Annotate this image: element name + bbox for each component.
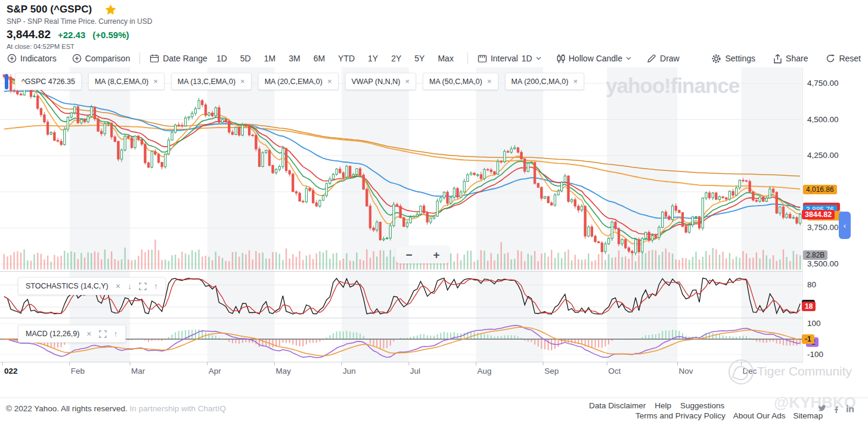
move-down-icon[interactable]: ↓ (128, 282, 132, 290)
expand-icon[interactable] (139, 283, 147, 290)
interval-ruler-icon (478, 54, 487, 63)
indicators-button[interactable]: Indicators (5, 54, 59, 63)
calendar-icon (150, 54, 159, 63)
close-icon[interactable]: × (116, 282, 120, 290)
stochastics-pill[interactable]: STOCHASTICS (14,C,Y) × ↓ ↑ (18, 277, 166, 295)
close-icon[interactable]: × (405, 77, 410, 86)
range-button-ytd[interactable]: YTD (331, 54, 361, 63)
indicator-pill[interactable]: MA (20,C,EMA,0)× (258, 73, 339, 90)
expand-icon[interactable] (99, 330, 107, 338)
move-up-icon[interactable]: ↑ (114, 330, 118, 338)
footer-link[interactable]: Terms and Privacy Policy (636, 411, 726, 420)
facebook-icon[interactable] (834, 405, 839, 413)
indicator-pill[interactable]: MA (50,C,MA,0)× (423, 73, 498, 90)
zoom-in-button[interactable]: + (433, 249, 439, 260)
yahoo-finance-chart-page: S&P 500 (^GSPC) SNP - SNP Real Time Pric… (0, 0, 868, 422)
price-change-percent: (+0.59%) (92, 30, 129, 40)
ma200-axis-badge: 4,016.86 (803, 185, 837, 194)
chevron-left-icon: ‹ (844, 221, 846, 230)
toolbar-divider (467, 52, 468, 64)
x-axis-month-label: Nov (679, 367, 693, 376)
quote-subtitle: SNP - SNP Real Time Price. Currency in U… (7, 17, 152, 26)
close-icon[interactable]: × (153, 77, 158, 86)
chart-type-dropdown[interactable]: Hollow Candle (554, 54, 634, 64)
range-button-6m[interactable]: 6M (307, 54, 331, 63)
date-range-label: Date Range (163, 54, 207, 63)
draw-label: Draw (660, 54, 680, 63)
footer-link[interactable]: About Our Ads (733, 411, 786, 420)
reset-label: Reset (839, 54, 861, 63)
close-icon[interactable]: × (240, 77, 245, 86)
range-button-2y[interactable]: 2Y (385, 54, 408, 63)
close-icon[interactable]: × (86, 330, 91, 338)
range-button-5y[interactable]: 5Y (408, 54, 431, 63)
interval-dropdown[interactable]: Interval 1D (475, 54, 544, 63)
range-button-max[interactable]: Max (431, 54, 460, 63)
footer-copyright: © 2022 Yahoo. All rights reserved. In pa… (6, 404, 226, 413)
draw-button[interactable]: Draw (644, 54, 682, 63)
macd-label: MACD (12,26,9) (26, 330, 79, 338)
macd-pill[interactable]: MACD (12,26,9) × ↑ (18, 325, 126, 343)
footer-link[interactable]: Help (655, 401, 671, 410)
indicator-pill-label: MA (50,C,MA,0) (429, 77, 482, 86)
quote-header: S&P 500 (^GSPC) SNP - SNP Real Time Pric… (7, 4, 152, 50)
stoch-d-badge: 18 (802, 302, 816, 311)
x-axis-month-label: May (275, 367, 291, 376)
move-up-icon[interactable]: ↑ (154, 282, 158, 290)
settings-button[interactable]: Settings (709, 54, 758, 64)
symbol-pill[interactable]: ^GSPC 4726.35 (15, 73, 82, 90)
price-axis-label: 3,750.00 (807, 223, 839, 232)
reset-button[interactable]: Reset (823, 54, 863, 63)
zoom-controls: − + (395, 246, 450, 263)
close-icon[interactable]: × (573, 77, 578, 86)
favorite-star-icon[interactable] (105, 4, 116, 15)
price-axis-label: 4,500.00 (807, 115, 839, 124)
indicator-pill[interactable]: MA (200,C,MA,0)× (505, 73, 584, 90)
indicator-pill[interactable]: MA (13,C,EMA,0)× (171, 73, 252, 90)
last-price: 3,844.82 (7, 28, 51, 41)
copyright-text: © 2022 Yahoo. All rights reserved. (6, 404, 128, 413)
indicator-pill[interactable]: VWAP (N,N,N)× (345, 73, 417, 90)
indicator-pill-label: MA (8,C,EMA,0) (95, 77, 148, 86)
series-drag-handle[interactable] (5, 74, 8, 89)
range-button-1m[interactable]: 1M (258, 54, 282, 63)
share-icon (773, 54, 782, 64)
close-icon[interactable]: × (327, 77, 332, 86)
comparison-button[interactable]: Comparison (70, 54, 132, 63)
footer-link[interactable]: Data Disclaimer (589, 401, 646, 410)
candle-chart-icon (557, 54, 565, 64)
gear-icon (711, 54, 721, 64)
indicator-pill[interactable]: MA (8,C,EMA,0)× (88, 73, 165, 90)
collapse-panel-button[interactable]: ‹ (839, 212, 851, 239)
chart-toolbar: Indicators Comparison Date Range 1D5D1M3… (0, 49, 868, 67)
interval-value: 1D (522, 54, 532, 63)
settings-label: Settings (725, 54, 755, 63)
range-button-5d[interactable]: 5D (234, 54, 258, 63)
x-axis-month-label: Jul (410, 367, 420, 376)
tiger-community-watermark: Tiger Community (757, 364, 852, 378)
stochastics-label: STOCHASTICS (14,C,Y) (26, 282, 108, 290)
share-button[interactable]: Share (771, 54, 810, 64)
linkedin-icon[interactable] (847, 405, 854, 412)
pane-axis-label: 80 (807, 280, 816, 289)
toolbar-divider (140, 52, 140, 64)
twitter-icon[interactable] (818, 405, 826, 412)
share-label: Share (786, 54, 808, 63)
chevron-down-icon (536, 57, 541, 60)
indicator-pill-label: MA (13,C,EMA,0) (178, 77, 235, 86)
chart-type-label: Hollow Candle (569, 54, 622, 63)
range-button-1d[interactable]: 1D (210, 54, 234, 63)
close-icon[interactable]: × (487, 77, 492, 86)
range-button-1y[interactable]: 1Y (361, 54, 385, 63)
comparison-label: Comparison (85, 54, 130, 63)
range-button-3m[interactable]: 3M (282, 54, 306, 63)
x-axis-month-label: Feb (71, 367, 85, 376)
footer-links-row2: Terms and Privacy PolicyAbout Our AdsSit… (636, 411, 823, 420)
footer-links-row1: Data DisclaimerHelpSuggestions (589, 401, 724, 410)
date-range-button[interactable]: Date Range (147, 54, 210, 63)
symbol-pill-label: ^GSPC 4726.35 (21, 77, 75, 86)
footer-link[interactable]: Suggestions (680, 401, 724, 410)
indicators-label: Indicators (20, 54, 57, 63)
zoom-out-button[interactable]: − (405, 249, 412, 260)
macd-signal-badge: -1 (802, 334, 814, 344)
